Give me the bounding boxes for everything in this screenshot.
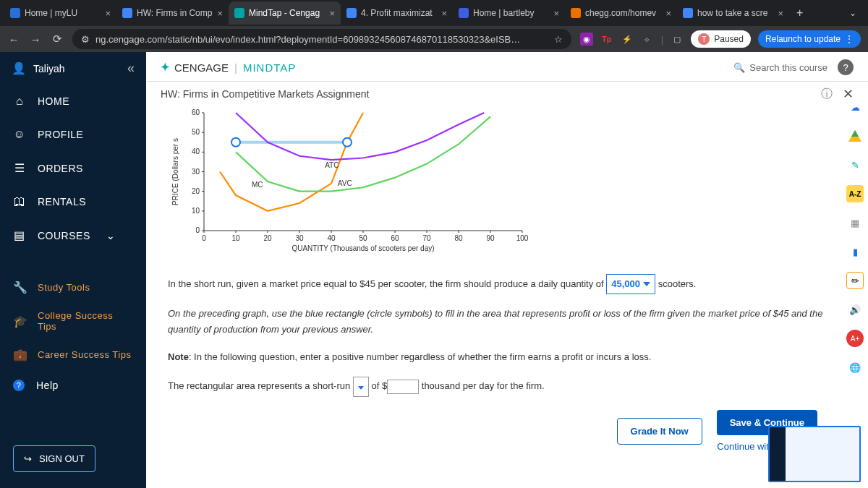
back-icon[interactable]: ←	[7, 33, 20, 46]
bookmark-icon[interactable]: ☆	[554, 34, 563, 45]
browser-toolbar: ← → ⟳ ⚙ ng.cengage.com/static/nb/ui/evo/…	[0, 26, 868, 52]
svg-marker-47	[851, 130, 859, 137]
close-tab-icon[interactable]: ×	[665, 8, 671, 19]
tab-title: HW: Firms in Comp	[137, 8, 213, 18]
address-bar[interactable]: ⚙ ng.cengage.com/static/nb/ui/evo/index.…	[72, 29, 571, 49]
extension-icon[interactable]: ⚡	[621, 33, 634, 46]
sidebar-item-rentals[interactable]: 🕮RENTALS	[0, 185, 146, 218]
svg-text:20: 20	[192, 187, 200, 195]
sidebar-item-help[interactable]: ?Help	[0, 369, 146, 401]
aplus-icon[interactable]: A+	[846, 330, 864, 347]
favicon	[459, 8, 469, 18]
favicon	[10, 8, 20, 18]
svg-text:PRICE (Dollars per s: PRICE (Dollars per s	[171, 138, 179, 205]
svg-rect-40	[236, 141, 347, 144]
courses-icon: ▤	[13, 228, 26, 242]
brand: ✦ CENGAGE | MINDTAP	[161, 61, 296, 74]
briefcase-icon: 💼	[13, 348, 26, 361]
help-bubble-icon[interactable]: ?	[838, 59, 854, 75]
reload-icon[interactable]: ⟳	[51, 33, 64, 46]
chevron-down-icon: ⌄	[106, 230, 116, 241]
drive-icon[interactable]	[846, 127, 864, 145]
svg-text:70: 70	[422, 234, 431, 242]
browser-tab[interactable]: Home | myLU×	[4, 1, 116, 25]
grade-button[interactable]: Grade It Now	[617, 418, 702, 445]
action-buttons: Grade It Now Save & Continue Continue wi…	[168, 410, 846, 452]
audio-icon[interactable]: 🔊	[846, 301, 864, 318]
signout-icon: ↪	[24, 453, 32, 464]
chevron-down-icon	[643, 282, 650, 286]
amount-input[interactable]	[387, 380, 419, 394]
close-tab-icon[interactable]: ×	[329, 8, 335, 19]
browser-tab[interactable]: chegg.com/homev×	[565, 1, 677, 25]
svg-text:ATC: ATC	[325, 161, 339, 169]
chevron-down-icon	[358, 386, 364, 390]
browser-tab[interactable]: how to take a scre×	[677, 1, 789, 25]
note-text: Note: In the following question, enter a…	[168, 349, 846, 365]
cengage-logo-icon: ✦	[161, 61, 170, 74]
question-2-instruction: On the preceding graph, use the blue rec…	[168, 306, 846, 338]
highlighter-icon[interactable]: ✎	[846, 156, 864, 174]
sidebar-item-profile[interactable]: ☺PROFILE	[0, 118, 146, 151]
svg-text:60: 60	[391, 234, 399, 242]
help-icon: ?	[13, 380, 25, 391]
browser-tab[interactable]: MindTap - Cengag×	[229, 1, 341, 25]
browser-tab[interactable]: HW: Firms in Comp×	[116, 1, 229, 25]
svg-text:50: 50	[192, 128, 200, 136]
close-tab-icon[interactable]: ×	[778, 8, 783, 19]
quantity-dropdown[interactable]: 45,000	[606, 274, 655, 294]
sidebar-item-college-tips[interactable]: 🎓College Success Tips	[0, 302, 146, 340]
svg-point-42	[343, 138, 352, 147]
course-search[interactable]: 🔍Search this course	[733, 62, 827, 73]
sidebar-item-career-tips[interactable]: 💼Career Success Tips	[0, 340, 146, 369]
globe-icon[interactable]: 🌐	[846, 359, 864, 376]
close-tab-icon[interactable]: ×	[553, 8, 559, 19]
close-tab-icon[interactable]: ×	[217, 8, 223, 19]
extension-icon[interactable]: Tp	[600, 33, 613, 46]
content-area: ✦ CENGAGE | MINDTAP 🔍Search this course …	[146, 52, 868, 488]
tab-title: Home | myLU	[25, 8, 101, 18]
sidebar-item-courses[interactable]: ▤COURSES⌄	[0, 218, 146, 252]
close-tab-icon[interactable]: ×	[105, 8, 111, 19]
cloud-icon[interactable]: ☁	[846, 98, 864, 116]
tab-list-icon[interactable]: ⌄	[842, 8, 864, 18]
forward-icon[interactable]: →	[29, 33, 42, 46]
cost-curves-chart[interactable]: 01020304050600102030405060708090100QUANT…	[168, 109, 529, 261]
notes-icon[interactable]: ✏	[846, 272, 864, 289]
extensions-menu-icon[interactable]: ⟐	[641, 33, 654, 46]
relaunch-button[interactable]: Relaunch to update⋮	[758, 30, 861, 48]
sidebar-item-orders[interactable]: ☰ORDERS	[0, 151, 146, 185]
browser-tab[interactable]: 4. Profit maximizat×	[341, 1, 453, 25]
new-tab-button[interactable]: +	[789, 7, 810, 20]
extension-icon[interactable]: ◉	[580, 33, 593, 46]
search-icon: 🔍	[733, 62, 745, 73]
tab-title: 4. Profit maximizat	[361, 8, 437, 18]
notebook-icon[interactable]: ▦	[846, 214, 864, 231]
sidebar-item-study-tools[interactable]: 🔧Study Tools	[0, 273, 146, 302]
collapse-sidebar-icon[interactable]: «	[127, 61, 135, 76]
tab-title: chegg.com/homev	[585, 8, 661, 18]
svg-text:MC: MC	[252, 181, 263, 189]
favicon	[122, 8, 132, 18]
sign-out-button[interactable]: ↪SIGN OUT	[13, 445, 95, 472]
sidebar-item-home[interactable]: ⌂HOME	[0, 85, 146, 118]
home-icon: ⌂	[13, 95, 26, 108]
info-icon[interactable]: ⓘ	[821, 87, 833, 102]
browser-tab[interactable]: Home | bartleby×	[453, 1, 565, 25]
svg-text:AVC: AVC	[338, 179, 352, 187]
book-icon[interactable]: ▮	[846, 243, 864, 260]
close-tab-icon[interactable]: ×	[441, 8, 447, 19]
site-settings-icon[interactable]: ⚙	[81, 34, 90, 45]
svg-text:90: 90	[486, 234, 495, 242]
page-thumbnail[interactable]	[768, 426, 861, 482]
tab-title: how to take a scre	[697, 8, 773, 18]
profit-loss-dropdown[interactable]	[353, 377, 369, 397]
svg-text:QUANTITY (Thousands of scooter: QUANTITY (Thousands of scooters per day)	[292, 244, 434, 252]
favicon	[571, 8, 581, 18]
svg-text:30: 30	[192, 168, 200, 176]
az-icon[interactable]: A-Z	[846, 185, 864, 202]
profile-paused[interactable]: TPaused	[691, 30, 751, 48]
sidepanel-icon[interactable]: ▢	[671, 33, 684, 46]
wrench-icon: 🔧	[13, 281, 26, 294]
svg-text:40: 40	[327, 234, 336, 242]
